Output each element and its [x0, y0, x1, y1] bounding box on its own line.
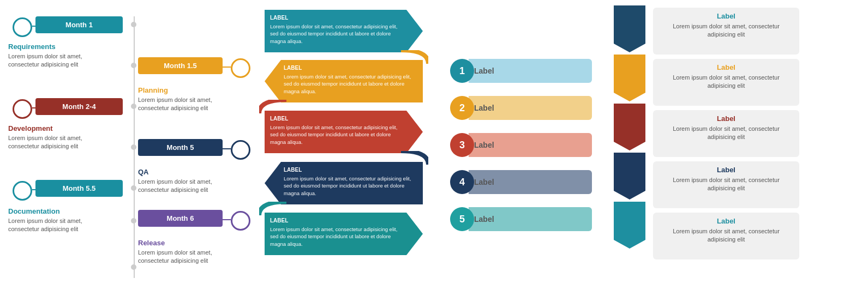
chevron-card-1: Label Lorem ipsum dolor sit amet, consec…: [653, 8, 799, 55]
section-snake: LABEL Lorem ipsum dolor sit amet, consec…: [259, 5, 428, 285]
num-label-4: Label: [474, 178, 494, 186]
milestone-month6: Month 6: [138, 210, 223, 227]
chevron-card-text-2: Lorem ipsum dolor sit amet, consectetur …: [660, 74, 793, 90]
circle-month1: [13, 17, 32, 37]
num-bar-2: Label: [469, 96, 592, 120]
connector-5: [32, 189, 35, 190]
snake-text-4: Lorem ipsum dolor sit amet, consectetur …: [284, 176, 411, 196]
num-bar-5: Label: [469, 207, 592, 231]
svg-marker-3: [614, 153, 645, 200]
circle-month5: [231, 140, 250, 160]
timeline-dot-3: [131, 104, 136, 109]
num-bar-1: Label: [469, 59, 592, 83]
num-label-3: Label: [474, 141, 494, 149]
chevron-card-title-5: Label: [660, 217, 793, 225]
main-container: Month 1 Requirements Lorem ipsum dolor s…: [0, 0, 868, 290]
num-circle-4: 4: [450, 170, 474, 194]
circle-month1-5: [231, 58, 250, 78]
snake-label-5: LABEL: [270, 217, 404, 225]
chevron-shape-3: [614, 104, 645, 150]
snake-arrow-1: LABEL Lorem ipsum dolor sit amet, consec…: [265, 10, 423, 52]
num-label-1: Label: [474, 67, 494, 75]
timeline-dot-2: [131, 63, 136, 68]
timeline-dot-5: [131, 185, 136, 191]
snake-arrow-3: LABEL Lorem ipsum dolor sit amet, consec…: [265, 111, 423, 153]
timeline-dot-7: [131, 264, 136, 270]
chevron-card-4: Label Lorem ipsum dolor sit amet, consec…: [653, 161, 799, 208]
svg-marker-0: [614, 5, 645, 52]
label-release: Release Lorem ipsum dolor sit amet,conse…: [138, 239, 247, 265]
snake-text-2: Lorem ipsum dolor sit amet, consectetur …: [284, 74, 411, 94]
timeline-dot-6: [131, 218, 136, 223]
milestone-month2-4: Month 2-4: [35, 98, 123, 115]
chevron-card-title-1: Label: [660, 12, 793, 20]
label-documentation: Documentation Lorem ipsum dolor sit amet…: [8, 207, 128, 234]
connector-3: [32, 107, 35, 108]
chevron-card-text-1: Lorem ipsum dolor sit amet, consectetur …: [660, 22, 793, 39]
chevron-shape-4: [614, 153, 645, 200]
num-circle-2: 2: [450, 96, 474, 120]
num-item-2: 2 Label: [450, 91, 592, 125]
section-numbered: 1 Label 2 Label 3 Label 4 Label: [450, 5, 592, 285]
num-item-3: 3 Label: [450, 128, 592, 162]
label-qa: QA Lorem ipsum dolor sit amet,consectetu…: [138, 168, 247, 195]
snake-text-3: Lorem ipsum dolor sit amet, consectetur …: [270, 124, 397, 145]
connector-1: [32, 26, 35, 27]
chevron-card-text-4: Lorem ipsum dolor sit amet, consectetur …: [660, 176, 793, 193]
svg-marker-1: [614, 55, 645, 101]
svg-marker-2: [614, 104, 645, 150]
chevron-card-text-3: Lorem ipsum dolor sit amet, consectetur …: [660, 125, 793, 142]
chevron-card-title-2: Label: [660, 63, 793, 71]
connector-6: [223, 219, 231, 220]
snake-text-1: Lorem ipsum dolor sit amet, consectetur …: [270, 23, 397, 44]
snake-label-3: LABEL: [270, 115, 404, 123]
connector-4: [223, 148, 231, 149]
circle-month5-5: [13, 181, 32, 201]
milestone-month5-5: Month 5.5: [35, 180, 123, 197]
num-item-5: 5 Label: [450, 202, 592, 236]
chevron-shape-5: [614, 202, 645, 249]
num-item-1: 1 Label: [450, 54, 592, 88]
label-requirements: Requirements Lorem ipsum dolor sit amet,…: [8, 43, 128, 69]
num-bar-4: Label: [469, 170, 592, 194]
num-bar-3: Label: [469, 133, 592, 157]
chevron-card-2: Label Lorem ipsum dolor sit amet, consec…: [653, 59, 799, 106]
milestone-month5: Month 5: [138, 139, 223, 156]
timeline-dot-1: [131, 22, 136, 27]
circle-month2-4: [13, 99, 32, 119]
snake-arrow-2: LABEL Lorem ipsum dolor sit amet, consec…: [265, 60, 423, 102]
snake-text-5: Lorem ipsum dolor sit amet, consectetur …: [270, 226, 397, 247]
section-timeline: Month 1 Requirements Lorem ipsum dolor s…: [3, 5, 254, 285]
num-label-2: Label: [474, 104, 494, 112]
chevron-card-5: Label Lorem ipsum dolor sit amet, consec…: [653, 213, 799, 259]
snake-wrapper: LABEL Lorem ipsum dolor sit amet, consec…: [259, 5, 428, 285]
chevron-card-title-3: Label: [660, 114, 793, 123]
snake-label-4: LABEL: [284, 166, 417, 174]
section-chevron: Label Lorem ipsum dolor sit amet, consec…: [614, 5, 799, 285]
milestone-month1: Month 1: [35, 16, 123, 33]
milestone-month1-5: Month 1.5: [138, 57, 223, 74]
svg-marker-4: [614, 202, 645, 249]
chevron-shape-2: [614, 55, 645, 101]
num-label-5: Label: [474, 215, 494, 223]
timeline-wrapper: Month 1 Requirements Lorem ipsum dolor s…: [3, 5, 254, 285]
num-circle-1: 1: [450, 59, 474, 83]
snake-arrow-5: LABEL Lorem ipsum dolor sit amet, consec…: [265, 213, 423, 255]
label-development: Development Lorem ipsum dolor sit amet,c…: [8, 124, 128, 151]
num-circle-5: 5: [450, 207, 474, 231]
chevron-card-title-4: Label: [660, 166, 793, 174]
snake-arrow-4: LABEL Lorem ipsum dolor sit amet, consec…: [265, 162, 423, 204]
chevron-card-3: Label Lorem ipsum dolor sit amet, consec…: [653, 110, 799, 157]
chevron-shape-1: [614, 5, 645, 52]
circle-month6: [231, 211, 250, 231]
snake-label-2: LABEL: [284, 64, 417, 72]
num-circle-3: 3: [450, 133, 474, 157]
chevron-right-column: Label Lorem ipsum dolor sit amet, consec…: [653, 5, 799, 285]
timeline-dot-4: [131, 144, 136, 150]
connector-2: [223, 67, 231, 68]
chevron-card-text-5: Lorem ipsum dolor sit amet, consectetur …: [660, 227, 793, 244]
label-planning: Planning Lorem ipsum dolor sit amet,cons…: [138, 86, 247, 113]
snake-label-1: LABEL: [270, 14, 404, 22]
chevron-left-column: [614, 5, 646, 285]
num-item-4: 4 Label: [450, 165, 592, 199]
